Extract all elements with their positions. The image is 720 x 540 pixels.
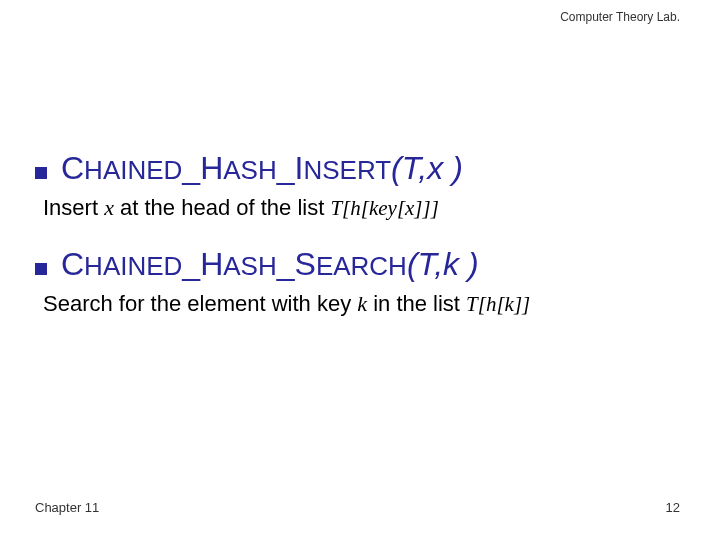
slide-content: CHAINED_HASH_INSERT(T,x ) Insert x at th… bbox=[35, 150, 685, 342]
square-bullet-icon bbox=[35, 263, 47, 275]
footer-chapter: Chapter 11 bbox=[35, 500, 99, 515]
description-insert: Insert x at the head of the list T[h[key… bbox=[43, 193, 685, 224]
header-lab: Computer Theory Lab. bbox=[560, 10, 680, 24]
footer-page-number: 12 bbox=[666, 500, 680, 515]
function-title-insert: CHAINED_HASH_INSERT(T,x ) bbox=[61, 150, 463, 187]
square-bullet-icon bbox=[35, 167, 47, 179]
function-title-search: CHAINED_HASH_SEARCH(T,k ) bbox=[61, 246, 479, 283]
bullet-item-search: CHAINED_HASH_SEARCH(T,k ) bbox=[35, 246, 685, 283]
bullet-item-insert: CHAINED_HASH_INSERT(T,x ) bbox=[35, 150, 685, 187]
description-search: Search for the element with key k in the… bbox=[43, 289, 685, 320]
